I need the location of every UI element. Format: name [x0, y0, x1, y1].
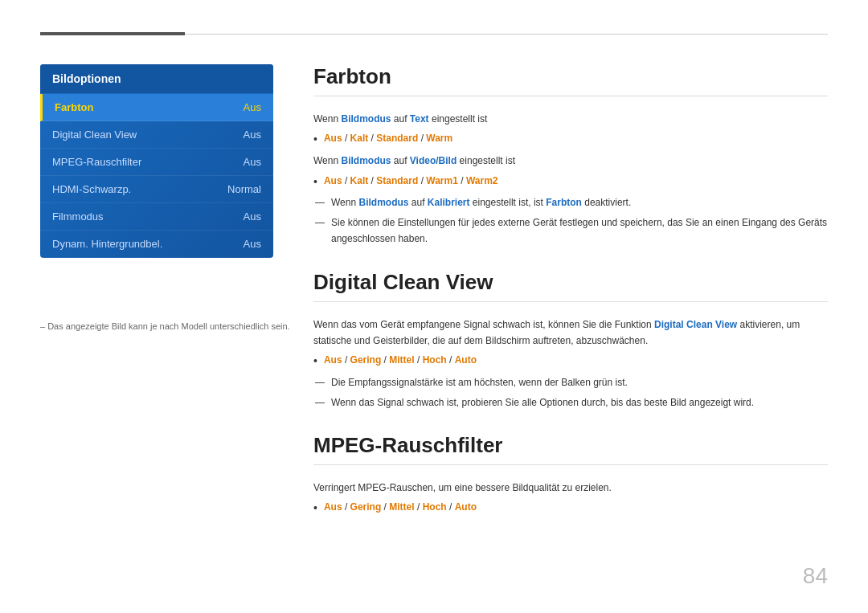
farbton-warm1: Warm: [426, 133, 452, 144]
dcv-gering: Gering: [350, 354, 382, 366]
mpeg-hoch: Hoch: [423, 501, 447, 513]
sidebar-item-mpeg-label: MPEG-Rauschfilter: [52, 156, 141, 168]
farbton-text1: Wenn Bildmodus auf Text eingestellt ist: [313, 111, 828, 127]
farbton-warm1-2: Warm1: [426, 175, 458, 186]
farbton-bullet1: Aus / Kalt / Standard / Warm: [313, 130, 828, 149]
dcv-title: Digital Clean View: [313, 270, 828, 302]
dcv-bullet1: Aus / Gering / Mittel / Hoch / Auto: [313, 352, 828, 371]
sidebar-item-hdmi-value: Normal: [227, 183, 261, 195]
dcv-dash2: Wenn das Signal schwach ist, probieren S…: [313, 394, 828, 411]
mpeg-body: Verringert MPEG-Rauschen, um eine besser…: [313, 480, 828, 518]
sidebar-item-hdmi[interactable]: HDMI-Schwarzp. Normal: [40, 176, 273, 203]
farbton-aus2: Aus: [324, 175, 342, 186]
farbton-aus1: Aus: [324, 133, 342, 144]
dcv-highlight: Digital Clean View: [654, 319, 737, 330]
mpeg-text1: Verringert MPEG-Rauschen, um eine besser…: [313, 480, 828, 496]
dcv-dash1-text: Die Empfangssignalstärke ist am höchsten…: [331, 374, 628, 390]
dcv-text1: Wenn das vom Gerät empfangene Signal sch…: [313, 317, 828, 349]
farbton-videobild-label: Video/Bild: [410, 155, 457, 166]
farbton-bildmodus1: Bildmodus: [341, 113, 391, 125]
sidebar: Bildoptionen Farbton Aus Digital Clean V…: [40, 64, 273, 258]
sidebar-footnote: – Das angezeigte Bild kann je nach Model…: [40, 321, 290, 331]
dcv-dash1: Die Empfangssignalstärke ist am höchsten…: [313, 374, 828, 390]
sidebar-item-filmmodus[interactable]: Filmmodus Aus: [40, 203, 273, 231]
farbton-kalt2: Kalt: [350, 175, 369, 186]
mpeg-gering: Gering: [350, 501, 382, 513]
sidebar-item-film-label: Filmmodus: [52, 210, 104, 223]
sidebar-item-mpeg[interactable]: MPEG-Rauschfilter Aus: [40, 149, 273, 176]
sidebar-item-farbton-value: Aus: [244, 101, 261, 113]
dcv-auto: Auto: [455, 354, 477, 366]
sidebar-item-dynam[interactable]: Dynam. Hintergrundbel. Aus: [40, 231, 273, 258]
mpeg-aus: Aus: [324, 501, 342, 513]
dcv-dash2-text: Wenn das Signal schwach ist, probieren S…: [331, 394, 754, 411]
farbton-text-label: Text: [410, 113, 429, 125]
sidebar-item-dcv-label: Digital Clean View: [52, 129, 137, 141]
farbton-kalibriert: Kalibriert: [428, 197, 470, 208]
farbton-kalt1: Kalt: [350, 133, 369, 144]
farbton-text2: Wenn Bildmodus auf Video/Bild eingestell…: [313, 153, 828, 169]
sidebar-item-farbton[interactable]: Farbton Aus: [40, 94, 273, 121]
farbton-dash1: Wenn Bildmodus auf Kalibriert eingestell…: [313, 194, 828, 210]
dcv-hoch: Hoch: [423, 354, 447, 366]
farbton-bildmodus2: Bildmodus: [341, 155, 391, 166]
mpeg-title: MPEG-Rauschfilter: [313, 433, 828, 465]
farbton-warm2: Warm2: [466, 175, 498, 186]
farbton-dash2-text: Sie können die Einstellungen für jedes e…: [331, 215, 828, 247]
section-farbton: Farbton Wenn Bildmodus auf Text eingeste…: [313, 64, 828, 247]
main-content: Farbton Wenn Bildmodus auf Text eingeste…: [313, 64, 828, 541]
mpeg-mittel: Mittel: [389, 501, 414, 513]
sidebar-item-hdmi-label: HDMI-Schwarzp.: [52, 183, 131, 195]
sidebar-item-dynam-value: Aus: [244, 238, 261, 250]
page-number: 84: [803, 563, 828, 589]
farbton-standard1: Standard: [376, 133, 418, 144]
farbton-bullet2: Aus / Kalt / Standard / Warm1 / Warm2: [313, 173, 828, 192]
dcv-aus: Aus: [324, 354, 342, 366]
farbton-kalibriert-label: Bildmodus: [358, 197, 408, 208]
farbton-ref: Farbton: [546, 197, 582, 208]
section-digital-clean-view: Digital Clean View Wenn das vom Gerät em…: [313, 270, 828, 411]
farbton-standard2: Standard: [376, 175, 418, 186]
farbton-body: Wenn Bildmodus auf Text eingestellt ist …: [313, 111, 828, 247]
sidebar-item-farbton-label: Farbton: [55, 101, 93, 113]
sidebar-item-dynam-label: Dynam. Hintergrundbel.: [52, 238, 162, 250]
sidebar-item-mpeg-value: Aus: [244, 156, 261, 168]
sidebar-item-dcv-value: Aus: [244, 129, 261, 141]
top-lines: [40, 32, 828, 35]
top-line-accent: [40, 32, 185, 35]
mpeg-auto: Auto: [455, 501, 477, 513]
section-mpeg: MPEG-Rauschfilter Verringert MPEG-Rausch…: [313, 433, 828, 518]
farbton-dash2: Sie können die Einstellungen für jedes e…: [313, 215, 828, 247]
sidebar-item-film-value: Aus: [244, 210, 261, 223]
dcv-body: Wenn das vom Gerät empfangene Signal sch…: [313, 317, 828, 411]
top-line-separator: [185, 34, 828, 35]
sidebar-title: Bildoptionen: [40, 64, 273, 94]
farbton-title: Farbton: [313, 64, 828, 96]
sidebar-item-digital-clean-view[interactable]: Digital Clean View Aus: [40, 121, 273, 149]
mpeg-bullet1: Aus / Gering / Mittel / Hoch / Auto: [313, 499, 828, 518]
dcv-mittel: Mittel: [389, 354, 414, 366]
